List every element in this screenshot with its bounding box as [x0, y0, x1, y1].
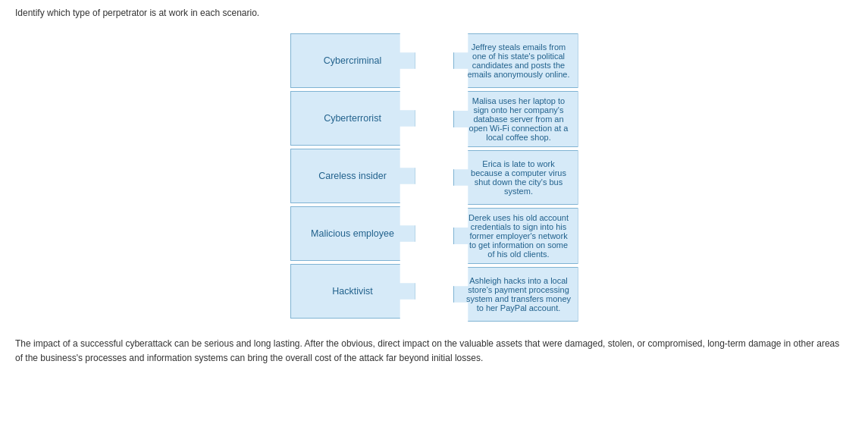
left-item-malicious-employee[interactable]: Malicious employee — [290, 206, 415, 261]
left-item-cybercriminal[interactable]: Cybercriminal — [290, 33, 415, 88]
right-column: Jeffrey steals emails from one of his st… — [453, 33, 578, 322]
right-item-scenario-1[interactable]: Jeffrey steals emails from one of his st… — [453, 33, 578, 88]
footer-text: The impact of a successful cyberattack c… — [15, 337, 849, 366]
left-item-hacktivist[interactable]: Hacktivist — [290, 264, 415, 319]
left-item-careless-insider[interactable]: Careless insider — [290, 149, 415, 203]
left-item-cyberterrorist[interactable]: Cyberterrorist — [290, 91, 415, 146]
right-item-scenario-4[interactable]: Derek uses his old account credentials t… — [453, 208, 578, 264]
right-item-scenario-5[interactable]: Ashleigh hacks into a local store's paym… — [453, 267, 578, 322]
instruction-text: Identify which type of perpetrator is at… — [15, 8, 853, 18]
matching-exercise: Cybercriminal Cyberterrorist Careless in… — [15, 33, 853, 322]
right-item-scenario-2[interactable]: Malisa uses her laptop to sign onto her … — [453, 91, 578, 147]
right-item-scenario-3[interactable]: Erica is late to work because a computer… — [453, 150, 578, 205]
left-column: Cybercriminal Cyberterrorist Careless in… — [290, 33, 415, 319]
